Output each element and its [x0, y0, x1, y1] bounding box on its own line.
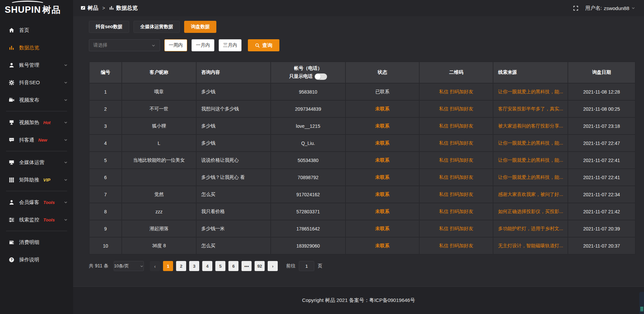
page-size-select[interactable]: 10条/页 — [114, 261, 144, 271]
plug-display-icon — [9, 120, 14, 125]
sidebar-item-account-management[interactable]: 账号管理 — [0, 56, 73, 74]
app-root: SHUPIN 树品 首页 数据总览 账号管理 — [0, 0, 644, 314]
cell-nickname — [122, 169, 196, 186]
page-button-3[interactable]: 3 — [189, 261, 199, 271]
qrcode-actions[interactable]: 私信 扫码加好友 — [439, 157, 473, 163]
lead-source-link[interactable]: 多功能护栏灯，适用于乡村文... — [498, 226, 563, 231]
range-button-quarter[interactable]: 三月内 — [219, 39, 241, 51]
qrcode-actions[interactable]: 私信 扫码加好友 — [439, 140, 473, 146]
qrcode-actions[interactable]: 私信 扫码加好友 — [439, 243, 473, 248]
lead-source-link[interactable]: 让你一眼就爱上的黑科技，能... — [498, 157, 563, 163]
lead-source-link[interactable]: 让你一眼就爱上的黑科技，能... — [498, 140, 563, 146]
cell-content: 怎么买 — [196, 237, 271, 254]
search-icon — [255, 43, 260, 48]
monitor-icon — [9, 160, 14, 165]
cell-content: 多少钱 — [196, 83, 271, 100]
tab-omnimedia-data[interactable]: 全媒体运营数据 — [133, 21, 180, 33]
sidebar-item-label: 抖音SEO — [19, 80, 40, 86]
sidebar-item-matrix-boost[interactable]: 矩阵助推 VIP — [0, 171, 73, 189]
table-row: 5 当地比较能吃的一位美女 说说价格让我死心 50534380 未联系 私信 扫… — [89, 152, 635, 169]
right-column: 树品 > 数据总览 用户名: zswodun88 — [73, 0, 644, 314]
sidebar-item-douyin-seo[interactable]: 抖音SEO — [0, 74, 73, 91]
footer: Copyright 树品 2021 备案号：粤ICP备09019646号 — [73, 286, 644, 314]
goto-page-input[interactable] — [299, 261, 314, 271]
query-button[interactable]: 查询 — [248, 39, 279, 51]
lead-source-link[interactable]: 感谢大家喜欢我家，被问了好... — [498, 192, 563, 197]
topbar-right: 用户名: zswodun88 — [573, 5, 635, 11]
chevron-down-icon — [64, 63, 68, 67]
qrcode-actions[interactable]: 私信 扫码加好友 — [439, 174, 473, 180]
tab-inquiry-data[interactable]: 询盘数据 — [184, 21, 216, 33]
lead-source-link[interactable]: 无主灯设计，智能磁吸轨道灯... — [498, 243, 563, 248]
status-text: 未联系 — [375, 226, 389, 231]
cell-content: 多少钱 — [196, 135, 271, 152]
cell-account: 2097344839 — [271, 100, 345, 117]
qrcode-actions[interactable]: 私信 扫码加好友 — [439, 226, 473, 231]
lead-source-link[interactable]: 客厅安装投影半年多了，真实... — [498, 106, 563, 111]
sidebar-item-video-heat[interactable]: 视频加热 Hot — [0, 114, 73, 131]
lead-source-link[interactable]: 让你一眼就爱上的黑科技，能... — [498, 89, 563, 94]
breadcrumb: 树品 > 数据总览 — [80, 5, 138, 12]
cell-account: 572803371 — [271, 203, 345, 220]
account-select[interactable]: 请选择 — [89, 39, 160, 51]
chevron-down-icon — [64, 120, 68, 124]
qrcode-actions[interactable]: 私信 扫码加好友 — [439, 123, 473, 128]
phone-only-toggle[interactable] — [315, 73, 327, 80]
sidebar-item-home[interactable]: 首页 — [0, 21, 73, 39]
sidebar-item-lead-monitor[interactable]: 线索监控 Tools — [0, 211, 73, 228]
breadcrumb-current: 数据总览 — [116, 5, 138, 12]
page-button-1[interactable]: 1 — [163, 261, 173, 271]
floating-side-widget[interactable] — [639, 292, 644, 314]
tools-badge: Tools — [43, 200, 55, 205]
cell-content: 怎么买 — [196, 186, 271, 203]
home-icon — [9, 28, 14, 33]
cell-nickname: 当地比较能吃的一位美女 — [122, 152, 196, 169]
table-row: 1 哦章 多少钱 9583810 已联系 私信 扫码加好友 让你一眼就爱上的黑科… — [89, 83, 635, 100]
sidebar-item-omnimedia[interactable]: 全媒体运营 — [0, 154, 73, 171]
qrcode-actions[interactable]: 私信 扫码加好友 — [439, 106, 473, 111]
sidebar-item-doketong[interactable]: 抖客通 New — [0, 131, 73, 149]
page-button-2[interactable]: 2 — [176, 261, 186, 271]
page-button-92[interactable]: 92 — [255, 261, 265, 271]
qrcode-actions[interactable]: 私信 扫码加好友 — [439, 192, 473, 197]
qrcode-actions[interactable]: 私信 扫码加好友 — [439, 209, 473, 214]
chevron-down-icon — [64, 138, 68, 142]
range-button-week[interactable]: 一周内 — [164, 39, 187, 51]
sidebar-item-instructions[interactable]: ? 操作说明 — [0, 251, 73, 268]
tools-badge: Tools — [43, 217, 55, 222]
user-menu[interactable]: 用户名: zswodun88 — [585, 5, 635, 11]
qrcode-actions[interactable]: 私信 扫码加好友 — [439, 89, 473, 94]
page-button-6[interactable]: 6 — [228, 261, 238, 271]
prev-page-button[interactable]: ‹ — [150, 261, 160, 271]
cell-content: 多少钱？让我死心 看 — [196, 169, 271, 186]
sidebar-item-spend-detail[interactable]: 消费明细 — [0, 233, 73, 251]
range-button-month[interactable]: 一月内 — [192, 39, 214, 51]
page-ellipsis-button[interactable]: ••• — [241, 261, 252, 271]
status-text: 未联系 — [375, 106, 389, 111]
tab-douyin-seo-data[interactable]: 抖音seo数据 — [89, 21, 129, 33]
next-page-button[interactable]: › — [268, 261, 278, 271]
svg-text:?: ? — [10, 258, 12, 262]
status-text: 未联系 — [375, 209, 389, 214]
page-unit-label: 页 — [318, 263, 322, 269]
page-button-4[interactable]: 4 — [202, 261, 212, 271]
lead-source-link[interactable]: 让你一眼就爱上的黑科技，能... — [498, 174, 563, 180]
table-row: 2 不可一世 我想问这个多少钱 2097344839 未联系 私信 扫码加好友 … — [89, 100, 635, 117]
cell-account: 917024162 — [271, 186, 345, 203]
sidebar-item-data-overview[interactable]: 数据总览 — [0, 39, 73, 56]
sidebar-item-video-publish[interactable]: 视频发布 — [0, 91, 73, 109]
question-circle-icon: ? — [9, 257, 14, 263]
fullscreen-icon[interactable] — [573, 5, 579, 11]
status-text: 未联系 — [375, 243, 389, 248]
sidebar-item-member-baoke[interactable]: 会员爆客 Tools — [0, 194, 73, 211]
status-text: 已联系 — [375, 89, 389, 94]
page-button-5[interactable]: 5 — [215, 261, 225, 271]
status-text: 未联系 — [375, 157, 389, 163]
breadcrumb-root[interactable]: 树品 — [88, 5, 98, 12]
lead-source-link[interactable]: 如何正确选择投影仪，买投影... — [498, 209, 563, 214]
lead-source-link[interactable]: 被大家追着问的客厅投影分享... — [498, 123, 563, 128]
cell-id: 3 — [89, 117, 122, 135]
breadcrumb-separator: > — [102, 5, 105, 11]
sidebar-item-label: 视频发布 — [19, 97, 39, 103]
username-label: 用户名: — [585, 5, 602, 11]
